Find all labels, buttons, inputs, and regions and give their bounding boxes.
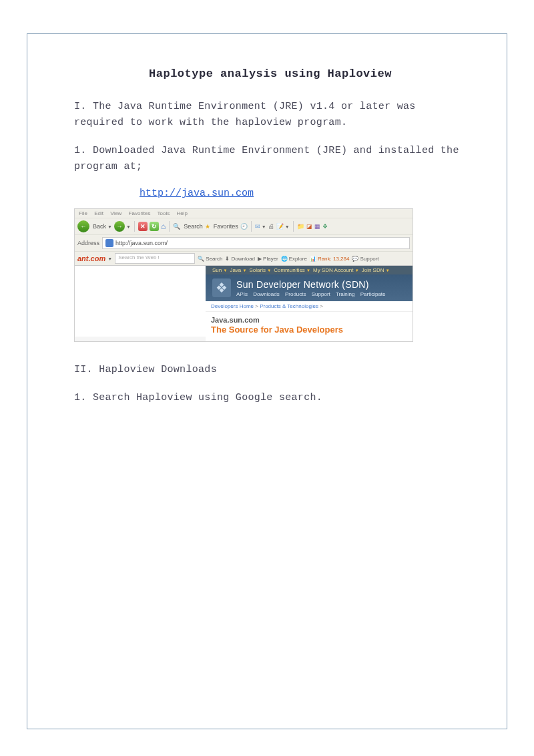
back-icon[interactable]: ← bbox=[77, 220, 89, 232]
history-icon[interactable]: 🕘 bbox=[240, 223, 248, 230]
nav-solaris[interactable]: Solaris ▼ bbox=[250, 267, 272, 273]
nav-sun-label: Sun bbox=[212, 267, 222, 273]
address-label: Address bbox=[77, 240, 99, 246]
breadcrumb: Developers Home > Products & Technologie… bbox=[206, 301, 413, 312]
crumb-products[interactable]: Products & Technologies bbox=[260, 303, 318, 309]
sdn-title: Sun Developer Network (SDN) bbox=[236, 279, 390, 290]
address-value: http://java.sun.com/ bbox=[115, 240, 168, 246]
ant-search-input[interactable]: Search the Web ! bbox=[115, 253, 195, 264]
search-icon[interactable]: 🔍 bbox=[173, 223, 180, 230]
ant-rank-label: Rank: 13,284 bbox=[318, 256, 350, 262]
ant-explore-label: Explore bbox=[289, 256, 307, 262]
nav-account[interactable]: My SDN Account ▼ bbox=[313, 267, 359, 273]
step-II-1-text: 1. Search Haploview using Google search. bbox=[74, 390, 467, 406]
app3-icon[interactable]: ❖ bbox=[322, 223, 328, 230]
address-bar: Address http://java.sun.com/ bbox=[75, 235, 413, 252]
menu-file[interactable]: File bbox=[79, 210, 87, 216]
nav-account-label: My SDN Account bbox=[313, 267, 353, 273]
toolbar-separator-3 bbox=[251, 221, 252, 232]
section-II-text: II. Haploview Downloads bbox=[74, 362, 467, 378]
sdn-link-training[interactable]: Training bbox=[336, 291, 355, 297]
ant-player-btn[interactable]: ▶Player bbox=[258, 256, 278, 262]
browser-toolbar: ← Back ▼ → ▼ ✕ ↻ ⌂ 🔍 Search ★ Favorites … bbox=[75, 218, 413, 235]
favorites-icon[interactable]: ★ bbox=[205, 223, 210, 230]
sdn-link-participate[interactable]: Participate bbox=[360, 291, 386, 297]
back-label[interactable]: Back bbox=[93, 223, 106, 230]
edit-dropdown-icon[interactable]: ▼ bbox=[285, 224, 290, 229]
forward-icon[interactable]: → bbox=[114, 221, 125, 232]
document-title: Haplotype analysis using Haploview bbox=[74, 67, 467, 80]
crumb-sep: > bbox=[254, 303, 260, 309]
ant-dropdown-icon[interactable]: ▼ bbox=[107, 256, 112, 261]
print-icon[interactable]: 🖨 bbox=[268, 223, 274, 230]
sdn-banner: Sun Developer Network (SDN) APIs Downloa… bbox=[206, 274, 413, 301]
ant-support-label: Support bbox=[360, 256, 378, 262]
menu-view[interactable]: View bbox=[110, 210, 121, 216]
ant-download-label: Download bbox=[231, 256, 255, 262]
nav-java[interactable]: Java ▼ bbox=[230, 267, 246, 273]
nav-java-label: Java bbox=[230, 267, 241, 273]
mail-icon[interactable]: ✉ bbox=[255, 223, 260, 230]
browser-screenshot: File Edit View Favorites Tools Help ← Ba… bbox=[74, 208, 413, 342]
ant-download-btn[interactable]: ⬇Download bbox=[225, 256, 255, 262]
section-I-text: I. The Java Runtime Environment (JRE) v1… bbox=[74, 99, 467, 131]
home-icon[interactable]: ⌂ bbox=[161, 222, 166, 231]
page-container: Haplotype analysis using Haploview I. Th… bbox=[0, 0, 534, 756]
search-label[interactable]: Search bbox=[184, 223, 203, 230]
sdn-link-products[interactable]: Products bbox=[285, 291, 306, 297]
java-sun-label: Java.sun.com bbox=[211, 316, 407, 324]
menu-help[interactable]: Help bbox=[177, 210, 188, 216]
app2-icon[interactable]: ▦ bbox=[314, 223, 320, 230]
crumb-home[interactable]: Developers Home bbox=[211, 303, 254, 309]
stop-icon[interactable]: ✕ bbox=[138, 222, 148, 231]
nav-sun[interactable]: Sun ▼ bbox=[212, 267, 227, 273]
sdn-link-downloads[interactable]: Downloads bbox=[253, 291, 280, 297]
step-I-1-text: 1. Downloaded Java Runtime Environment (… bbox=[74, 143, 467, 175]
java-download-link[interactable]: http://java.sun.com bbox=[140, 188, 254, 199]
page-frame: Haplotype analysis using Haploview I. Th… bbox=[27, 33, 507, 729]
ant-toolbar: ant.com ▼ Search the Web ! 🔍Search ⬇Down… bbox=[75, 252, 413, 266]
menu-edit[interactable]: Edit bbox=[94, 210, 103, 216]
app1-icon[interactable]: ◪ bbox=[306, 223, 312, 230]
ant-logo[interactable]: ant.com bbox=[77, 254, 105, 262]
ant-support-btn[interactable]: 💬Support bbox=[352, 256, 378, 262]
ant-player-label: Player bbox=[263, 256, 278, 262]
menu-tools[interactable]: Tools bbox=[158, 210, 170, 216]
page-icon bbox=[105, 239, 113, 247]
ant-rank: 📊Rank: 13,284 bbox=[310, 256, 350, 262]
ant-search-btn[interactable]: 🔍Search bbox=[198, 256, 222, 262]
forward-dropdown-icon[interactable]: ▼ bbox=[126, 224, 131, 229]
back-dropdown-icon[interactable]: ▼ bbox=[107, 224, 112, 229]
address-input[interactable]: http://java.sun.com/ bbox=[102, 237, 410, 249]
ant-explore-btn[interactable]: 🌐Explore bbox=[281, 256, 307, 262]
browser-menubar: File Edit View Favorites Tools Help bbox=[75, 209, 413, 218]
mail-dropdown-icon[interactable]: ▼ bbox=[262, 224, 266, 229]
content-left-blank bbox=[75, 266, 206, 337]
sun-top-nav: Sun ▼ Java ▼ Solaris ▼ Communities ▼ My … bbox=[206, 266, 413, 274]
nav-communities[interactable]: Communities ▼ bbox=[274, 267, 310, 273]
sdn-link-apis[interactable]: APIs bbox=[236, 291, 248, 297]
nav-join[interactable]: Join SDN ▼ bbox=[362, 267, 390, 273]
ant-search-label: Search bbox=[206, 256, 222, 262]
sun-logo-icon bbox=[212, 278, 231, 297]
edit-icon[interactable]: 📝 bbox=[276, 223, 284, 230]
menu-favorites[interactable]: Favorites bbox=[129, 210, 151, 216]
toolbar-separator-2 bbox=[169, 221, 170, 232]
nav-solaris-label: Solaris bbox=[250, 267, 266, 273]
sdn-link-support[interactable]: Support bbox=[312, 291, 330, 297]
java-tagline: The Source for Java Developers bbox=[211, 325, 407, 335]
toolbar-separator bbox=[134, 221, 135, 232]
nav-communities-label: Communities bbox=[274, 267, 305, 273]
nav-join-label: Join SDN bbox=[362, 267, 384, 273]
crumb-end: > bbox=[318, 303, 323, 309]
toolbar-separator-4 bbox=[293, 221, 294, 232]
java-headline-block: Java.sun.com The Source for Java Develop… bbox=[206, 312, 413, 341]
sdn-links: APIs Downloads Products Support Training… bbox=[236, 291, 390, 297]
folder-icon[interactable]: 📁 bbox=[297, 223, 304, 230]
refresh-icon[interactable]: ↻ bbox=[150, 222, 159, 231]
favorites-label[interactable]: Favorites bbox=[214, 223, 238, 230]
